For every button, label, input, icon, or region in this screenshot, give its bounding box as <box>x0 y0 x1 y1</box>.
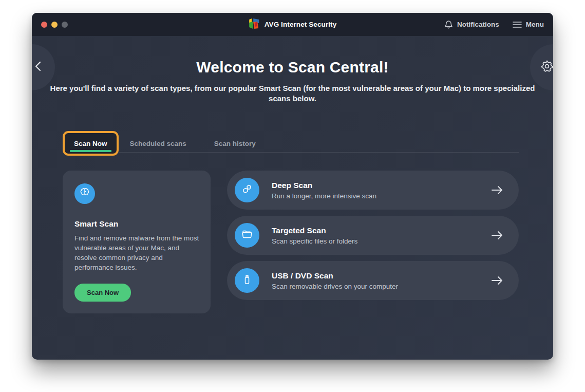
smart-scan-now-button[interactable]: Scan Now <box>74 284 131 302</box>
tab-scan-now[interactable]: Scan Now <box>74 140 107 147</box>
page-title: Welcome to Scan Central! <box>32 36 553 76</box>
gear-icon <box>540 60 553 75</box>
molecule-icon <box>241 183 253 197</box>
menu-button[interactable]: Menu <box>513 21 544 28</box>
arrow-right-icon <box>491 275 503 286</box>
tabs-bar: Scan Now Scheduled scans Scan history <box>63 130 519 156</box>
deep-scan-subtitle: Run a longer, more intensive scan <box>272 192 376 200</box>
scan-row-list: Deep Scan Run a longer, more intensive s… <box>227 171 519 313</box>
deep-scan-title: Deep Scan <box>272 181 376 190</box>
targeted-scan-subtitle: Scan specific files or folders <box>272 237 357 245</box>
smart-scan-card: Smart Scan Find and remove malware from … <box>63 171 211 313</box>
brain-icon <box>79 187 90 200</box>
usb-dvd-scan-text: USB / DVD Scan Scan removable drives on … <box>272 271 398 290</box>
deep-scan-icon-circle <box>235 178 259 202</box>
titlebar-center: AVG Internet Security <box>249 13 337 36</box>
titlebar: AVG Internet Security Notifications <box>32 13 553 36</box>
usb-dvd-scan-row[interactable]: USB / DVD Scan Scan removable drives on … <box>227 261 519 300</box>
notifications-button[interactable]: Notifications <box>444 20 499 29</box>
arrow-right-icon <box>491 185 503 195</box>
usb-dvd-scan-subtitle: Scan removable drives on your computer <box>272 283 398 290</box>
usb-dvd-scan-title: USB / DVD Scan <box>272 271 398 281</box>
arrow-right-icon <box>491 230 503 240</box>
scan-options: Smart Scan Find and remove malware from … <box>63 171 519 313</box>
smart-scan-icon-circle <box>74 183 95 204</box>
close-window-button[interactable] <box>41 22 47 28</box>
targeted-scan-text: Targeted Scan Scan specific files or fol… <box>272 226 357 245</box>
tab-scheduled-scans[interactable]: Scheduled scans <box>128 140 188 147</box>
smart-scan-title: Smart Scan <box>74 219 199 229</box>
hamburger-icon <box>513 21 522 28</box>
deep-scan-row[interactable]: Deep Scan Run a longer, more intensive s… <box>227 171 519 210</box>
zoom-window-button[interactable] <box>62 22 68 28</box>
active-tab-underline <box>70 150 111 152</box>
deep-scan-text: Deep Scan Run a longer, more intensive s… <box>272 181 376 200</box>
bell-icon <box>444 20 453 29</box>
app-window: AVG Internet Security Notifications <box>32 13 553 360</box>
annotation-highlight-box: Scan Now <box>63 131 119 156</box>
minimize-window-button[interactable] <box>51 22 58 28</box>
page-subtitle: Here you'll find a variety of scan types… <box>45 83 540 104</box>
notifications-label: Notifications <box>457 21 499 28</box>
app-body: Welcome to Scan Central! Here you'll fin… <box>32 36 553 360</box>
app-title: AVG Internet Security <box>265 21 337 28</box>
targeted-scan-row[interactable]: Targeted Scan Scan specific files or fol… <box>227 216 519 255</box>
titlebar-actions: Notifications Menu <box>444 20 544 29</box>
targeted-scan-title: Targeted Scan <box>272 226 357 235</box>
chevron-left-icon <box>32 61 41 73</box>
traffic-lights <box>41 22 68 28</box>
smart-scan-description: Find and remove malware from the most vu… <box>74 233 203 272</box>
avg-logo-icon <box>249 18 260 31</box>
targeted-scan-icon-circle <box>235 223 259 248</box>
usb-icon <box>241 273 253 288</box>
folder-icon <box>241 228 253 242</box>
usb-dvd-scan-icon-circle <box>235 268 259 293</box>
menu-label: Menu <box>526 21 544 28</box>
tab-scan-history[interactable]: Scan history <box>212 140 258 147</box>
